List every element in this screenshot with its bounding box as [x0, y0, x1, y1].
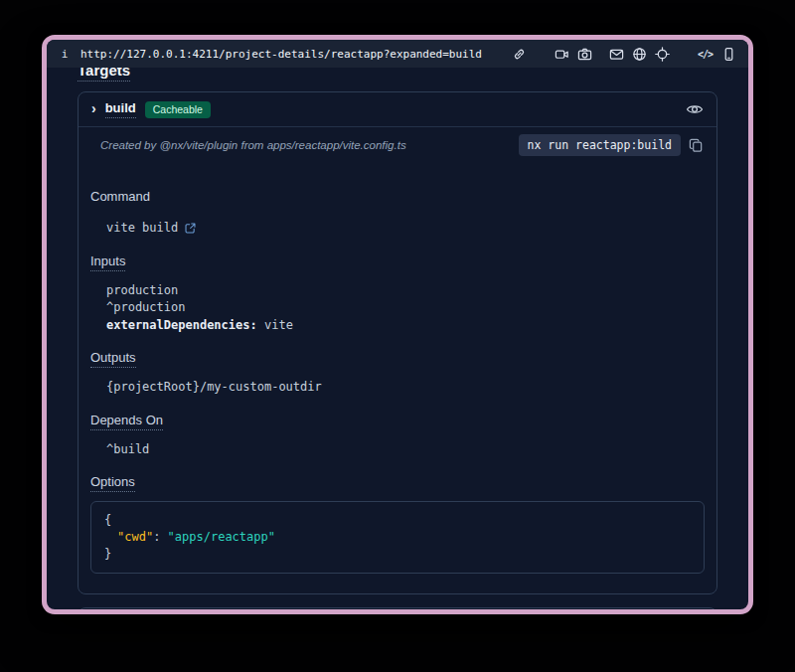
- titlebar: i http://127.0.0.1:4211/project-details/…: [47, 40, 748, 68]
- page-content: Targets › build Cacheable Created by @nx…: [47, 68, 748, 609]
- browser-window: i http://127.0.0.1:4211/project-details/…: [42, 35, 753, 614]
- created-by-text: Created by @nx/vite/plugin from apps/rea…: [100, 139, 406, 151]
- target-icon[interactable]: [655, 47, 670, 62]
- info-icon[interactable]: i: [59, 48, 71, 61]
- code-icon[interactable]: </>: [698, 49, 713, 60]
- chevron-right-icon[interactable]: ›: [91, 101, 96, 115]
- json-line: "cwd": "apps/reactapp": [104, 529, 691, 546]
- copy-icon[interactable]: [689, 138, 704, 153]
- depends-on-item: ^build: [106, 441, 705, 459]
- json-value: "apps/reactapp": [168, 530, 275, 544]
- titlebar-toolbar: </>: [512, 47, 736, 62]
- build-card-body: Command vite build: [79, 165, 716, 593]
- depends-on-section-label: Depends On: [90, 413, 705, 427]
- command-link[interactable]: vite build: [106, 220, 197, 238]
- page-title: Targets: [78, 68, 717, 79]
- link-icon[interactable]: [512, 47, 527, 62]
- external-link-icon[interactable]: [184, 222, 197, 235]
- video-icon[interactable]: [555, 47, 569, 62]
- outputs-section-label: Outputs: [90, 350, 705, 365]
- command-section-label: Command: [90, 189, 705, 204]
- desktop-background: i http://127.0.0.1:4211/project-details/…: [0, 0, 795, 672]
- input-item-external-deps: externalDependencies: vite: [106, 317, 705, 335]
- json-line: {: [104, 512, 691, 529]
- options-code-block: { "cwd": "apps/reactapp" }: [90, 501, 705, 574]
- target-name-build: build: [105, 100, 136, 118]
- options-section-label: Options: [90, 474, 705, 489]
- input-item: ^production: [106, 299, 705, 317]
- target-card-build: › build Cacheable Created by @nx/vite/pl…: [78, 91, 717, 594]
- camera-icon[interactable]: [577, 47, 592, 62]
- url-text[interactable]: http://127.0.0.1:4211/project-details/re…: [80, 48, 482, 61]
- device-icon[interactable]: [721, 47, 736, 62]
- eye-icon[interactable]: [686, 100, 704, 118]
- input-item: production: [106, 282, 705, 300]
- mail-icon[interactable]: [609, 47, 624, 62]
- run-command-chip: nx run reactapp:build: [519, 134, 681, 156]
- build-meta-row: Created by @nx/vite/plugin from apps/rea…: [79, 126, 716, 165]
- inputs-section-label: Inputs: [90, 253, 705, 268]
- capture-tools: [551, 47, 596, 62]
- json-key: "cwd": [117, 530, 153, 544]
- globe-icon[interactable]: [632, 47, 647, 62]
- json-line: }: [104, 546, 691, 563]
- output-item: {projectRoot}/my-custom-outdir: [106, 379, 705, 397]
- cacheable-badge: Cacheable: [145, 101, 211, 118]
- serve-card-header[interactable]: › serve vite serve: [79, 608, 716, 609]
- build-card-header[interactable]: › build Cacheable: [79, 92, 716, 126]
- window-content: i http://127.0.0.1:4211/project-details/…: [47, 40, 748, 609]
- misc-tools: [605, 47, 674, 62]
- target-card-serve: › serve vite serve: [78, 607, 717, 609]
